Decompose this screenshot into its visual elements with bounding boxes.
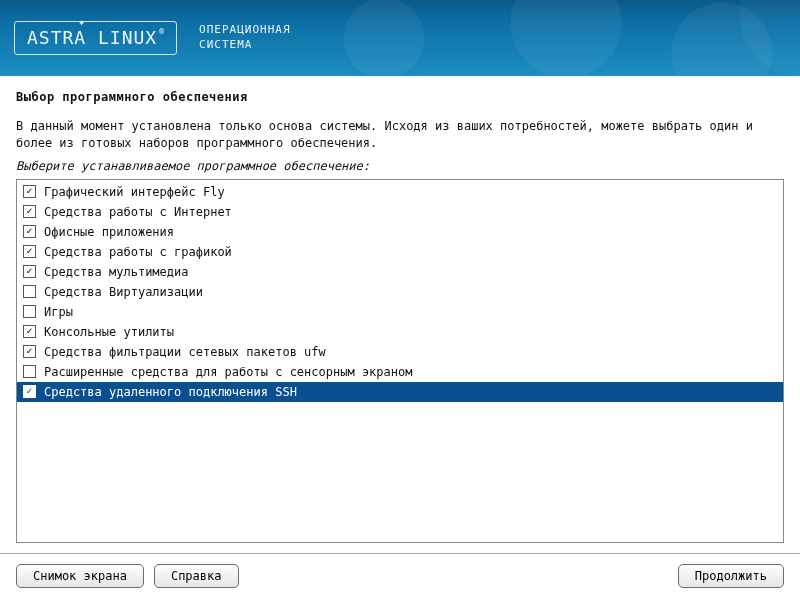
software-item[interactable]: Средства Виртуализации bbox=[17, 282, 783, 302]
page-title: Выбор программного обеспечения bbox=[16, 90, 784, 104]
checkbox[interactable] bbox=[23, 305, 36, 318]
software-item-label: Графический интерфейс Fly bbox=[44, 185, 225, 199]
software-item[interactable]: Игры bbox=[17, 302, 783, 322]
software-item[interactable]: Консольные утилиты bbox=[17, 322, 783, 342]
footer-bar: Снимок экрана Справка Продолжить bbox=[0, 553, 800, 600]
software-item-label: Офисные приложения bbox=[44, 225, 174, 239]
logo-text: ASTRA LINUX bbox=[27, 27, 157, 48]
software-item[interactable]: Средства мультимедиа bbox=[17, 262, 783, 282]
continue-button[interactable]: Продолжить bbox=[678, 564, 784, 588]
software-item-label: Консольные утилиты bbox=[44, 325, 174, 339]
header-subtitle-line1: ОПЕРАЦИОННАЯ bbox=[199, 23, 290, 38]
software-item[interactable]: Средства работы с Интернет bbox=[17, 202, 783, 222]
software-item-label: Средства мультимедиа bbox=[44, 265, 189, 279]
header-subtitle-line2: СИСТЕМА bbox=[199, 38, 290, 53]
software-item-label: Средства Виртуализации bbox=[44, 285, 203, 299]
logo: ✦ ASTRA LINUX® bbox=[14, 21, 177, 55]
checkbox[interactable] bbox=[23, 205, 36, 218]
checkbox[interactable] bbox=[23, 365, 36, 378]
software-item[interactable]: Расширенные средства для работы с сенсор… bbox=[17, 362, 783, 382]
checkbox[interactable] bbox=[23, 185, 36, 198]
header-subtitle: ОПЕРАЦИОННАЯ СИСТЕМА bbox=[199, 23, 290, 53]
software-item-label: Средства фильтрации сетевых пакетов ufw bbox=[44, 345, 326, 359]
software-item[interactable]: Офисные приложения bbox=[17, 222, 783, 242]
header-banner: ✦ ASTRA LINUX® ОПЕРАЦИОННАЯ СИСТЕМА bbox=[0, 0, 800, 76]
software-list[interactable]: Графический интерфейс FlyСредства работы… bbox=[16, 179, 784, 543]
software-item-label: Расширенные средства для работы с сенсор… bbox=[44, 365, 412, 379]
checkbox[interactable] bbox=[23, 285, 36, 298]
software-item-label: Средства работы с графикой bbox=[44, 245, 232, 259]
main-panel: Выбор программного обеспечения В данный … bbox=[0, 76, 800, 553]
checkbox[interactable] bbox=[23, 265, 36, 278]
help-button[interactable]: Справка bbox=[154, 564, 239, 588]
header-pattern bbox=[280, 0, 800, 76]
checkbox[interactable] bbox=[23, 325, 36, 338]
software-item[interactable]: Средства фильтрации сетевых пакетов ufw bbox=[17, 342, 783, 362]
software-item-label: Средства работы с Интернет bbox=[44, 205, 232, 219]
checkbox[interactable] bbox=[23, 385, 36, 398]
checkbox[interactable] bbox=[23, 345, 36, 358]
star-icon: ✦ bbox=[78, 15, 85, 29]
software-item[interactable]: Средства удаленного подключения SSH bbox=[17, 382, 783, 402]
software-item-label: Средства удаленного подключения SSH bbox=[44, 385, 297, 399]
software-item-label: Игры bbox=[44, 305, 73, 319]
registered-icon: ® bbox=[159, 27, 164, 36]
checkbox[interactable] bbox=[23, 245, 36, 258]
description: В данный момент установлена только основ… bbox=[16, 118, 784, 153]
software-item[interactable]: Графический интерфейс Fly bbox=[17, 182, 783, 202]
checkbox[interactable] bbox=[23, 225, 36, 238]
screenshot-button[interactable]: Снимок экрана bbox=[16, 564, 144, 588]
software-item[interactable]: Средства работы с графикой bbox=[17, 242, 783, 262]
prompt: Выберите устанавливаемое программное обе… bbox=[16, 159, 784, 173]
